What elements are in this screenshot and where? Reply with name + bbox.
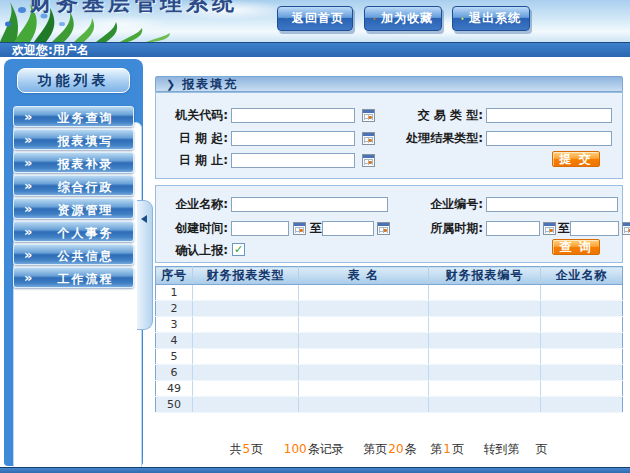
- period-from-input[interactable]: [486, 221, 540, 236]
- confirm-report-checkbox[interactable]: ✓: [232, 243, 245, 256]
- empty-cell: [541, 365, 623, 381]
- date-from-input[interactable]: [231, 131, 355, 146]
- page-size: 20: [387, 442, 404, 456]
- company-name-label: 企业名称:: [160, 197, 228, 212]
- empty-cell: [429, 349, 541, 365]
- empty-cell: [429, 317, 541, 333]
- current-page: 1: [442, 442, 452, 456]
- col-header-table-name: 表 名: [299, 267, 429, 285]
- bottom-bar: [0, 467, 630, 473]
- logout-button[interactable]: 退出系统: [452, 6, 530, 31]
- sidebar-item-report-supplement[interactable]: » 报表补录: [13, 152, 134, 173]
- company-id-input[interactable]: [486, 197, 618, 212]
- empty-cell: [299, 317, 429, 333]
- welcome-text: 欢迎您:用户名: [12, 43, 89, 57]
- collapse-left-arrow-icon: [141, 215, 147, 223]
- add-favorites-button[interactable]: 加为收藏: [364, 6, 442, 31]
- calendar-picker-icon[interactable]: [362, 109, 375, 122]
- total-pages-count: 5: [241, 442, 251, 456]
- empty-cell: [193, 301, 299, 317]
- table-row: 1: [156, 285, 623, 301]
- table-row: 50: [156, 397, 623, 413]
- double-chevron-icon: »: [24, 270, 31, 285]
- double-chevron-icon: »: [24, 224, 31, 239]
- sidebar-collapse-handle[interactable]: [137, 200, 153, 330]
- table-row: 4: [156, 333, 623, 349]
- empty-cell: [193, 381, 299, 397]
- create-time-to-input[interactable]: [322, 221, 374, 236]
- col-header-no: 序号: [156, 267, 193, 285]
- table-row: 6: [156, 365, 623, 381]
- date-from-label: 日 期 起:: [160, 131, 228, 146]
- row-no-cell: 3: [156, 317, 193, 333]
- double-chevron-icon: »: [24, 201, 31, 216]
- pagination: 共5页 100条记录 第页20条 第1页 转到第页: [155, 441, 622, 458]
- double-chevron-icon: »: [24, 178, 31, 193]
- sidebar-item-public-info[interactable]: » 公共信息: [13, 244, 134, 265]
- home-button[interactable]: 返回首页: [277, 6, 353, 31]
- empty-cell: [541, 333, 623, 349]
- table-row: 2: [156, 301, 623, 317]
- result-type-input[interactable]: [486, 131, 612, 146]
- books-icon: [373, 11, 376, 26]
- banner-title: 财务基层管理系统: [30, 0, 280, 13]
- section-header: ❯报表填充: [155, 76, 623, 92]
- table-row: 49: [156, 381, 623, 397]
- calendar-picker-icon[interactable]: [377, 222, 390, 235]
- calendar-picker-icon[interactable]: [362, 154, 375, 167]
- empty-cell: [193, 397, 299, 413]
- create-time-from-input[interactable]: [231, 221, 289, 236]
- sidebar-item-personal[interactable]: » 个人事务: [13, 221, 134, 242]
- date-to-input[interactable]: [231, 153, 355, 168]
- double-chevron-icon: »: [24, 132, 31, 147]
- empty-cell: [299, 397, 429, 413]
- empty-cell: [429, 301, 541, 317]
- confirm-report-label: 确认上报:: [160, 243, 228, 258]
- calendar-picker-icon[interactable]: [543, 222, 556, 235]
- sidebar-item-report-fill[interactable]: » 报表填写: [13, 129, 134, 150]
- company-name-input[interactable]: [231, 197, 388, 212]
- period-label: 所属时期:: [405, 221, 483, 236]
- empty-cell: [541, 349, 623, 365]
- row-no-cell: 4: [156, 333, 193, 349]
- row-no-cell: 50: [156, 397, 193, 413]
- transaction-type-input[interactable]: [486, 108, 612, 123]
- sidebar-item-admin[interactable]: » 综合行政: [13, 175, 134, 196]
- empty-cell: [541, 317, 623, 333]
- search-button[interactable]: 查 询: [552, 239, 600, 255]
- org-code-input[interactable]: [231, 108, 355, 123]
- goto-page-label: 转到第: [484, 442, 520, 456]
- row-no-cell: 1: [156, 285, 193, 301]
- table-row: 3: [156, 317, 623, 333]
- row-no-cell: 49: [156, 381, 193, 397]
- col-header-company: 企业名称: [541, 267, 623, 285]
- empty-cell: [193, 285, 299, 301]
- empty-cell: [193, 317, 299, 333]
- period-to-input[interactable]: [570, 221, 619, 236]
- org-code-label: 机关代码:: [160, 108, 228, 123]
- empty-cell: [429, 365, 541, 381]
- empty-cell: [299, 301, 429, 317]
- submit-button[interactable]: 提 交: [552, 151, 600, 167]
- empty-cell: [541, 397, 623, 413]
- result-type-label: 处理结果类型:: [405, 131, 483, 146]
- empty-cell: [541, 301, 623, 317]
- empty-cell: [429, 397, 541, 413]
- create-time-label: 创建时间:: [160, 221, 228, 236]
- calendar-picker-icon[interactable]: [293, 222, 306, 235]
- empty-cell: [299, 381, 429, 397]
- empty-cell: [193, 349, 299, 365]
- top-banner: 财务基层管理系统 返回首页 加为收藏 退出系统: [0, 0, 630, 42]
- sidebar-item-resources[interactable]: » 资源管理: [13, 198, 134, 219]
- app-window: 财务基层管理系统 返回首页 加为收藏 退出系统: [0, 0, 630, 473]
- sidebar-item-workflow[interactable]: » 工作流程: [13, 267, 134, 288]
- empty-cell: [429, 381, 541, 397]
- row-no-cell: 5: [156, 349, 193, 365]
- welcome-bar: 欢迎您:用户名: [0, 42, 630, 57]
- calendar-picker-icon[interactable]: [622, 222, 630, 235]
- up-arrow-icon: [286, 11, 287, 26]
- row-no-cell: 6: [156, 365, 193, 381]
- transaction-type-label: 交 易 类 型:: [405, 108, 483, 123]
- sidebar-item-business-query[interactable]: » 业务查询: [13, 106, 134, 127]
- calendar-picker-icon[interactable]: [362, 132, 375, 145]
